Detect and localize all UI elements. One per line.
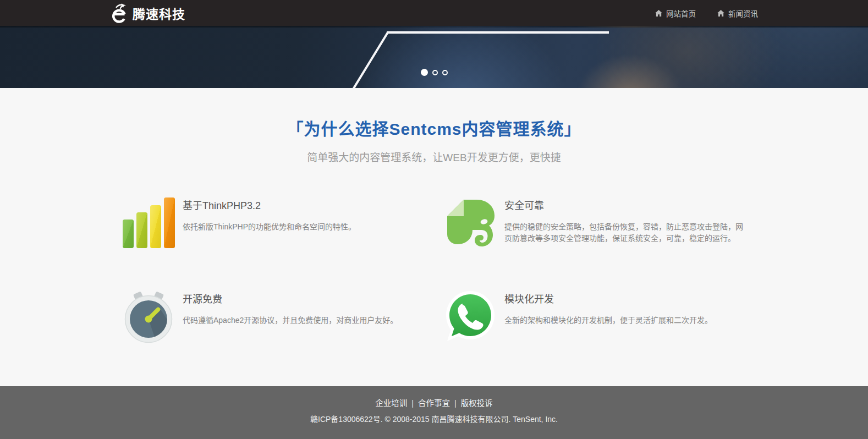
stopwatch-icon [122,290,175,343]
home-icon [717,9,725,17]
feature-thinkphp: 基于ThinkPHP3.2 依托新版ThinkPHP的功能优势和命名空间的特性。 [112,196,434,249]
footer-link-copyright-complaint[interactable]: 版权投诉 [461,399,493,408]
footer-separator: | [411,399,414,408]
footer-link-training[interactable]: 企业培训 [375,399,407,408]
footer-separator: | [454,399,457,408]
feature-description: 全新的架构和模块化的开发机制，便于灵活扩展和二次开发。 [504,315,712,326]
feature-title: 开源免费 [183,291,398,305]
features-grid: 基于ThinkPHP3.2 依托新版ThinkPHP的功能优势和命名空间的特性。… [112,196,756,383]
carousel-dots [0,69,868,76]
feature-description: 依托新版ThinkPHP的功能优势和命名空间的特性。 [183,221,356,233]
section-subtitle: 简单强大的内容管理系统，让WEB开发更方便，更快捷 [0,149,868,164]
home-icon [655,9,663,17]
logo[interactable]: 腾速科技 [110,3,185,24]
carousel-dot-2[interactable] [432,70,438,75]
whatsapp-icon [444,290,497,343]
logo-text: 腾速科技 [133,4,185,23]
logo-dragon-e-icon [110,3,129,24]
carousel-dot-3[interactable] [442,70,448,75]
feature-opensource: 开源免费 代码遵循Apache2开源协议，并且免费使用，对商业用户友好。 [112,290,434,343]
feature-description: 提供的稳健的安全策略，包括备份恢复，容错，防止恶意攻击登陆，网页防篡改等多项安全… [504,221,748,244]
header: 腾速科技 网站首页 新闻资讯 [0,0,868,26]
section-title: 「为什么选择Sentcms内容管理系统」 [0,88,868,140]
carousel-dot-1[interactable] [421,69,428,76]
bar-chart-icon [122,196,175,249]
footer-link-cooperation[interactable]: 合作事宜 [418,399,450,408]
feature-title: 基于ThinkPHP3.2 [183,197,356,212]
nav-item-home[interactable]: 网站首页 [655,8,696,19]
footer-copyright: 赣ICP备13006622号. © 2008-2015 南昌腾速科技有限公司. … [0,413,868,424]
feature-modular: 模块化开发 全新的架构和模块化的开发机制，便于灵活扩展和二次开发。 [434,290,756,343]
nav-item-label: 新闻资讯 [728,8,758,19]
hero-accent-lines [0,28,868,88]
nav-item-label: 网站首页 [666,8,696,19]
footer-links: 企业培训|合作事宜|版权投诉 [0,386,868,408]
footer: 企业培训|合作事宜|版权投诉 赣ICP备13006622号. © 2008-20… [0,386,868,439]
feature-title: 安全可靠 [504,197,748,212]
feature-security: 安全可靠 提供的稳健的安全策略，包括备份恢复，容错，防止恶意攻击登陆，网页防篡改… [434,196,756,249]
top-navigation: 网站首页 新闻资讯 [655,8,758,19]
hero-carousel [0,26,868,88]
feature-description: 代码遵循Apache2开源协议，并且免费使用，对商业用户友好。 [183,315,398,326]
features-section: 「为什么选择Sentcms内容管理系统」 简单强大的内容管理系统，让WEB开发更… [0,88,868,386]
nav-item-news[interactable]: 新闻资讯 [717,8,758,19]
elephant-icon [444,196,497,249]
feature-title: 模块化开发 [504,291,712,305]
